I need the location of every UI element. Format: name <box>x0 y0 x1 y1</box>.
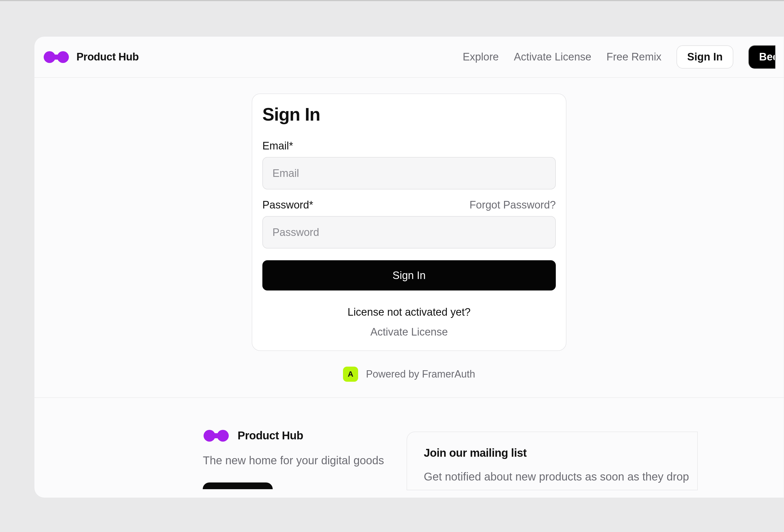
nav-activate-license[interactable]: Activate License <box>514 51 591 63</box>
nav-become-member-button[interactable]: Become a Member <box>749 45 775 68</box>
nav-free-remix[interactable]: Free Remix <box>607 51 661 63</box>
powered-by-text: Powered by FramerAuth <box>366 368 475 380</box>
password-label: Password* <box>262 199 313 211</box>
email-input[interactable] <box>262 157 556 189</box>
footer-pill <box>203 482 273 489</box>
brand-name: Product Hub <box>77 51 139 63</box>
footer-brand: Product Hub <box>203 429 384 442</box>
sign-in-card: Sign In Email* Password* Forgot Password… <box>252 93 566 351</box>
svg-rect-5 <box>209 433 223 438</box>
svg-rect-2 <box>50 55 63 60</box>
footer-brand-name: Product Hub <box>237 429 303 442</box>
forgot-password-link[interactable]: Forgot Password? <box>470 199 556 211</box>
newsletter-card: Join our mailing list Get notified about… <box>407 432 698 490</box>
footer-tagline: The new home for your digital goods <box>203 454 384 467</box>
header-nav: Explore Activate License Free Remix Sign… <box>463 45 775 68</box>
footer-left: Product Hub The new home for your digita… <box>203 429 384 490</box>
footer-brand-logo-icon <box>203 430 230 442</box>
license-not-activated-text: License not activated yet? <box>262 306 556 318</box>
sign-in-section: Sign In Email* Password* Forgot Password… <box>34 78 784 490</box>
newsletter-subtext: Get notified about new products as soon … <box>424 470 680 483</box>
newsletter-heading: Join our mailing list <box>424 447 680 459</box>
powered-by: A Powered by FramerAuth <box>343 366 475 382</box>
app-window: Product Hub Explore Activate License Fre… <box>34 36 784 498</box>
activate-license-link[interactable]: Activate License <box>262 326 556 338</box>
footer: Product Hub The new home for your digita… <box>120 398 698 490</box>
header: Product Hub Explore Activate License Fre… <box>34 37 784 78</box>
sign-in-submit-button[interactable]: Sign In <box>262 260 556 291</box>
nav-explore[interactable]: Explore <box>463 51 499 63</box>
sign-in-heading: Sign In <box>262 104 556 125</box>
brand: Product Hub <box>43 51 139 63</box>
password-input[interactable] <box>262 216 556 248</box>
powered-badge-icon: A <box>343 366 358 382</box>
nav-sign-in-button[interactable]: Sign In <box>676 45 733 68</box>
email-label: Email* <box>262 140 293 152</box>
brand-logo-icon <box>43 51 70 63</box>
